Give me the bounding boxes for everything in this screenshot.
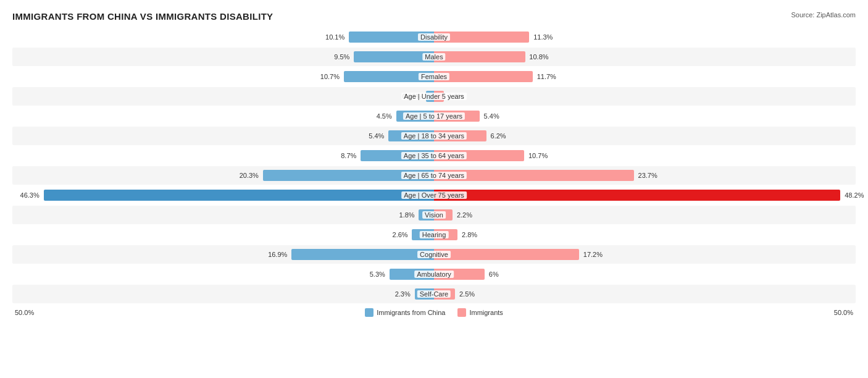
bar-row: Males9.5%10.8% xyxy=(12,48,856,66)
bars-wrapper: Age | Under 5 years0.96%1.2% xyxy=(12,87,856,106)
bars-wrapper: Vision1.8%2.2% xyxy=(12,206,856,224)
bar-row: Age | 35 to 64 years8.7%10.7% xyxy=(12,146,856,165)
chart-source: Source: ZipAtlas.com xyxy=(791,11,856,19)
legend: Immigrants from ChinaImmigrants xyxy=(365,308,503,317)
legend-color xyxy=(365,308,373,317)
chart-footer: 50.0% Immigrants from ChinaImmigrants 50… xyxy=(12,308,856,317)
chart-title: IMMIGRANTS FROM CHINA VS IMMIGRANTS DISA… xyxy=(12,11,273,22)
bar-label-center: Age | 65 to 74 years xyxy=(401,172,467,179)
bar-label-right: 17.2% xyxy=(583,251,603,258)
bar-label-right: 6.2% xyxy=(491,132,506,140)
bar-label-right: 2.8% xyxy=(462,231,477,238)
bar-row: Age | 65 to 74 years20.3%23.7% xyxy=(12,166,856,185)
bar-label-center: Vision xyxy=(422,211,446,219)
bar-label-left: 5.3% xyxy=(370,271,385,278)
bar-label-center: Hearing xyxy=(420,231,449,238)
bar-label-right: 6% xyxy=(489,271,499,278)
bar-label-left: 2.3% xyxy=(395,290,411,298)
left-bar xyxy=(291,249,434,260)
left-bar xyxy=(44,190,434,201)
bar-label-left: 10.1% xyxy=(325,33,344,41)
right-bar xyxy=(434,190,840,201)
bar-label-right: 5.4% xyxy=(484,112,499,120)
bar-label-left: 16.9% xyxy=(268,251,287,258)
bar-label-left: 1.8% xyxy=(399,211,415,219)
bar-label-center: Ambulatory xyxy=(414,271,454,278)
bar-label-left: 8.7% xyxy=(341,152,356,159)
bar-row: Females10.7%11.7% xyxy=(12,67,856,86)
bars-wrapper: Age | 35 to 64 years8.7%10.7% xyxy=(12,146,856,165)
axis-left-label: 50.0% xyxy=(15,309,34,316)
bar-label-center: Age | Under 5 years xyxy=(401,93,467,100)
bar-label-left: 10.7% xyxy=(320,73,340,80)
bars-wrapper: Cognitive16.9%17.2% xyxy=(12,245,856,264)
chart-container: IMMIGRANTS FROM CHINA VS IMMIGRANTS DISA… xyxy=(0,0,868,329)
bar-label-left: 2.6% xyxy=(393,231,408,238)
bar-row: Age | Under 5 years0.96%1.2% xyxy=(12,87,856,106)
bar-label-center: Age | 35 to 64 years xyxy=(401,152,467,159)
bars-wrapper: Age | 18 to 34 years5.4%6.2% xyxy=(12,127,856,145)
bar-label-right: 2.2% xyxy=(457,211,472,219)
bar-label-center: Females xyxy=(419,73,449,80)
bar-row: Vision1.8%2.2% xyxy=(12,206,856,224)
bar-row: Disability10.1%11.3% xyxy=(12,28,856,46)
axis-right-label: 50.0% xyxy=(834,309,853,316)
bar-label-right: 11.7% xyxy=(537,73,556,80)
bar-label-right: 10.7% xyxy=(528,152,548,159)
bar-label-center: Males xyxy=(422,53,445,61)
chart-header: IMMIGRANTS FROM CHINA VS IMMIGRANTS DISA… xyxy=(12,11,856,22)
bar-row: Cognitive16.9%17.2% xyxy=(12,245,856,264)
bar-label-center: Age | 18 to 34 years xyxy=(401,132,467,140)
bar-label-center: Self-Care xyxy=(417,290,451,298)
bar-row: Age | Over 75 years46.3%48.2% xyxy=(12,186,856,204)
bar-label-left: 46.3% xyxy=(20,191,40,199)
legend-color xyxy=(457,308,466,317)
bar-label-left: 20.3% xyxy=(240,172,259,179)
bar-label-center: Age | Over 75 years xyxy=(401,191,467,199)
bar-row: Ambulatory5.3%6% xyxy=(12,265,856,284)
bars-wrapper: Self-Care2.3%2.5% xyxy=(12,285,856,303)
bar-label-right: 23.7% xyxy=(638,172,657,179)
chart-area: Disability10.1%11.3%Males9.5%10.8%Female… xyxy=(12,28,856,303)
right-bar xyxy=(434,51,525,62)
bars-wrapper: Ambulatory5.3%6% xyxy=(12,265,856,284)
bar-row: Hearing2.6%2.8% xyxy=(12,225,856,244)
bar-row: Self-Care2.3%2.5% xyxy=(12,285,856,303)
bar-label-left: 5.4% xyxy=(369,132,384,140)
legend-item: Immigrants from China xyxy=(365,308,445,317)
legend-item: Immigrants xyxy=(457,308,503,317)
bar-row: Age | 5 to 17 years4.5%5.4% xyxy=(12,107,856,125)
bar-label-left: 9.5% xyxy=(334,53,349,61)
legend-label: Immigrants xyxy=(469,309,503,316)
bars-wrapper: Age | 5 to 17 years4.5%5.4% xyxy=(12,107,856,125)
bars-wrapper: Disability10.1%11.3% xyxy=(12,28,856,46)
legend-label: Immigrants from China xyxy=(377,309,445,316)
bar-label-right: 48.2% xyxy=(845,191,864,199)
bar-label-center: Age | 5 to 17 years xyxy=(403,112,465,120)
bar-label-right: 2.5% xyxy=(459,290,475,298)
bar-label-left: 4.5% xyxy=(377,112,392,120)
bars-wrapper: Age | 65 to 74 years20.3%23.7% xyxy=(12,166,856,185)
right-bar xyxy=(434,249,579,260)
bar-label-center: Cognitive xyxy=(417,251,451,258)
bar-label-right: 11.3% xyxy=(533,33,553,41)
bar-row: Age | 18 to 34 years5.4%6.2% xyxy=(12,127,856,145)
bar-label-right: 10.8% xyxy=(529,53,548,61)
bars-wrapper: Males9.5%10.8% xyxy=(12,48,856,66)
bars-wrapper: Age | Over 75 years46.3%48.2% xyxy=(12,186,856,204)
bars-wrapper: Females10.7%11.7% xyxy=(12,67,856,86)
bar-label-center: Disability xyxy=(418,33,450,41)
bars-wrapper: Hearing2.6%2.8% xyxy=(12,225,856,244)
